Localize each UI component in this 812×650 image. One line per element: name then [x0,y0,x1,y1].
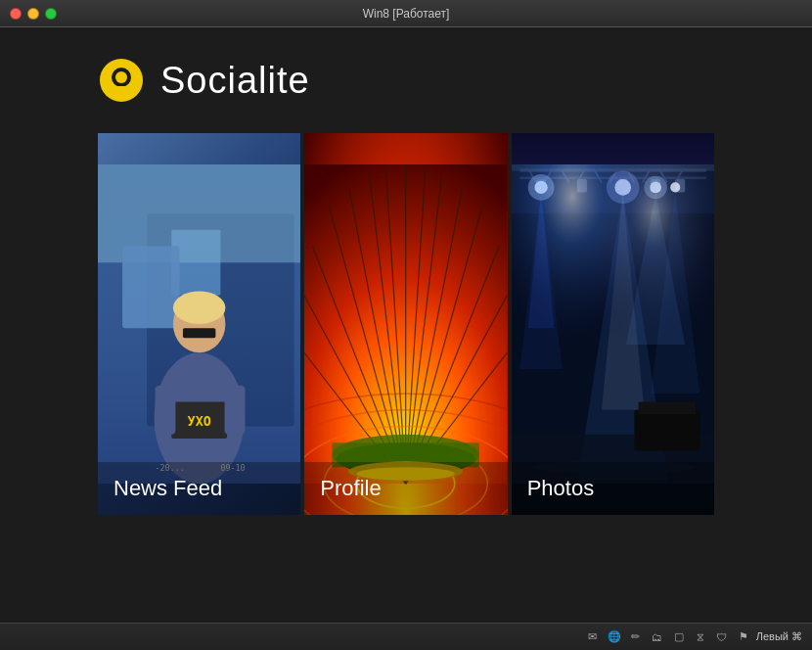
tile-news-feed[interactable]: УХО -20... 09-10 News Feed [98,133,300,515]
svg-rect-17 [225,386,246,435]
tile-photos-image [512,133,714,515]
app-logo-icon [98,57,145,104]
maximize-button[interactable] [45,8,57,20]
tile-photos-label: Photos [512,462,714,515]
sys-icon-edit: ✏ [627,628,645,646]
tile-profile-image [304,133,507,515]
window-title: Win8 [Работает] [363,7,450,21]
system-bar: ✉ 🌐 ✏ 🗂 ▢ ⧖ 🛡 ⚑ Левый ⌘ [0,623,812,650]
svg-rect-13 [183,328,215,338]
title-bar: Win8 [Работает] [0,0,812,27]
svg-rect-9 [122,247,180,329]
app-header: Socialite [0,27,812,133]
close-button[interactable] [10,8,22,20]
tile-profile-label: Profile [304,462,507,515]
svg-point-12 [173,292,226,324]
sys-icon-window: ▢ [670,628,688,646]
tile-profile[interactable]: Profile [304,133,507,515]
svg-rect-83 [638,401,696,414]
svg-text:УХО: УХО [188,415,211,430]
sys-icon-clock: ⧖ [692,628,709,646]
sys-icon-flag: ⚑ [735,628,752,646]
tile-news-feed-label: News Feed [98,462,300,515]
minimize-button[interactable] [27,8,39,20]
tile-news-feed-image: УХО -20... 09-10 [98,133,300,515]
svg-point-2 [115,71,127,83]
tile-photos[interactable]: Photos [512,133,714,515]
svg-rect-16 [156,386,176,435]
sys-icon-mail: ✉ [584,628,602,646]
window-controls [10,8,57,20]
app-title: Socialite [160,60,310,102]
sys-icon-shield: 🛡 [713,628,731,646]
sys-keyboard-text: Левый ⌘ [756,630,802,643]
tiles-container: УХО -20... 09-10 News Feed [0,133,812,623]
main-content: Socialite [0,27,812,623]
sys-icon-folder: 🗂 [649,628,666,646]
sys-icon-browser: 🌐 [606,628,623,646]
svg-rect-82 [634,410,699,451]
